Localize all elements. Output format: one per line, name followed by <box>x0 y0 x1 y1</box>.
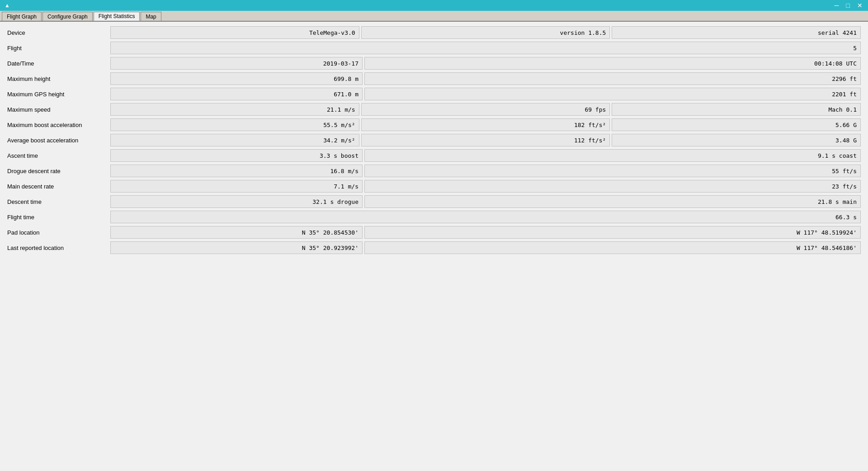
value-box: W 117° 48.546186' <box>364 241 861 254</box>
row-values: 671.0 m2201 ft <box>110 88 861 100</box>
tab-flight-graph[interactable]: Flight Graph <box>2 12 42 21</box>
value-box: N 35° 20.923992' <box>110 241 363 254</box>
data-row: Date/Time2019-03-1700:14:08 UTC <box>7 57 861 70</box>
value-box: TeleMega-v3.0 <box>110 26 359 39</box>
data-row: Descent time32.1 s drogue21.8 s main <box>7 195 861 208</box>
close-button[interactable]: ✕ <box>855 2 864 9</box>
tab-map[interactable]: Map <box>141 12 161 21</box>
row-values: N 35° 20.854530'W 117° 48.519924' <box>110 226 861 239</box>
row-label: Device <box>7 29 110 36</box>
value-box: 55.5 m/s² <box>110 118 359 131</box>
row-label: Flight time <box>7 214 110 221</box>
value-box: 69 fps <box>361 103 610 116</box>
row-label: Average boost acceleration <box>7 137 110 144</box>
data-row: Last reported locationN 35° 20.923992'W … <box>7 241 861 254</box>
row-values: 7.1 m/s23 ft/s <box>110 180 861 193</box>
data-row: Flight time66.3 s <box>7 211 861 223</box>
value-box: 2019-03-17 <box>110 57 363 70</box>
row-values: 5 <box>110 42 861 54</box>
row-values: 55.5 m/s²182 ft/s²5.66 G <box>110 118 861 131</box>
value-box: 34.2 m/s² <box>110 134 359 146</box>
value-box: 66.3 s <box>110 211 861 223</box>
value-box: W 117° 48.519924' <box>364 226 861 239</box>
data-row: Average boost acceleration34.2 m/s²112 f… <box>7 134 861 146</box>
row-values: N 35° 20.923992'W 117° 48.546186' <box>110 241 861 254</box>
row-label: Ascent time <box>7 152 110 159</box>
value-box: 699.8 m <box>110 72 363 85</box>
row-label: Pad location <box>7 229 110 236</box>
row-values: 66.3 s <box>110 211 861 223</box>
value-box: 00:14:08 UTC <box>364 57 861 70</box>
row-values: 32.1 s drogue21.8 s main <box>110 195 861 208</box>
row-label: Maximum height <box>7 75 110 82</box>
row-values: TeleMega-v3.0version 1.8.5serial 4241 <box>110 26 861 39</box>
data-row: Maximum GPS height671.0 m2201 ft <box>7 88 861 100</box>
value-box: 16.8 m/s <box>110 165 363 177</box>
value-box: 2201 ft <box>364 88 861 100</box>
value-box: 55 ft/s <box>364 165 861 177</box>
tab-bar: Flight GraphConfigure GraphFlight Statis… <box>0 11 868 22</box>
row-label: Flight <box>7 45 110 52</box>
data-row: Main descent rate7.1 m/s23 ft/s <box>7 180 861 193</box>
row-label: Maximum boost acceleration <box>7 122 110 128</box>
data-row: Flight5 <box>7 42 861 54</box>
row-label: Descent time <box>7 198 110 205</box>
value-box: 9.1 s coast <box>364 149 861 162</box>
row-label: Maximum speed <box>7 106 110 113</box>
minimize-button[interactable]: ─ <box>833 2 841 9</box>
value-box: Mach 0.1 <box>612 103 861 116</box>
value-box: 3.3 s boost <box>110 149 363 162</box>
tab-flight-statistics[interactable]: Flight Statistics <box>94 12 140 21</box>
main-content: DeviceTeleMega-v3.0version 1.8.5serial 4… <box>0 22 868 261</box>
app-icon: ▲ <box>4 2 11 9</box>
value-box: 5.66 G <box>612 118 861 131</box>
value-box: 7.1 m/s <box>110 180 363 193</box>
tab-configure-graph[interactable]: Configure Graph <box>42 12 93 21</box>
row-values: 16.8 m/s55 ft/s <box>110 165 861 177</box>
value-box: 21.1 m/s <box>110 103 359 116</box>
value-box: N 35° 20.854530' <box>110 226 363 239</box>
data-row: DeviceTeleMega-v3.0version 1.8.5serial 4… <box>7 26 861 39</box>
row-values: 699.8 m2296 ft <box>110 72 861 85</box>
data-row: Ascent time3.3 s boost9.1 s coast <box>7 149 861 162</box>
value-box: 5 <box>110 42 861 54</box>
row-label: Last reported location <box>7 245 110 251</box>
value-box: 112 ft/s² <box>361 134 610 146</box>
row-label: Maximum GPS height <box>7 91 110 98</box>
value-box: 182 ft/s² <box>361 118 610 131</box>
value-box: 23 ft/s <box>364 180 861 193</box>
row-label: Main descent rate <box>7 183 110 190</box>
value-box: 3.48 G <box>612 134 861 146</box>
row-values: 2019-03-1700:14:08 UTC <box>110 57 861 70</box>
row-values: 34.2 m/s²112 ft/s²3.48 G <box>110 134 861 146</box>
data-row: Pad locationN 35° 20.854530'W 117° 48.51… <box>7 226 861 239</box>
row-values: 3.3 s boost9.1 s coast <box>110 149 861 162</box>
data-row: Maximum boost acceleration55.5 m/s²182 f… <box>7 118 861 131</box>
value-box: 21.8 s main <box>364 195 861 208</box>
row-values: 21.1 m/s69 fpsMach 0.1 <box>110 103 861 116</box>
value-box: serial 4241 <box>612 26 861 39</box>
value-box: version 1.8.5 <box>361 26 610 39</box>
row-label: Drogue descent rate <box>7 168 110 174</box>
value-box: 2296 ft <box>364 72 861 85</box>
value-box: 32.1 s drogue <box>110 195 363 208</box>
title-bar: ▲ ─ □ ✕ <box>0 0 868 11</box>
value-box: 671.0 m <box>110 88 363 100</box>
data-row: Drogue descent rate16.8 m/s55 ft/s <box>7 165 861 177</box>
data-row: Maximum speed21.1 m/s69 fpsMach 0.1 <box>7 103 861 116</box>
row-label: Date/Time <box>7 60 110 67</box>
maximize-button[interactable]: □ <box>844 2 852 9</box>
data-row: Maximum height699.8 m2296 ft <box>7 72 861 85</box>
